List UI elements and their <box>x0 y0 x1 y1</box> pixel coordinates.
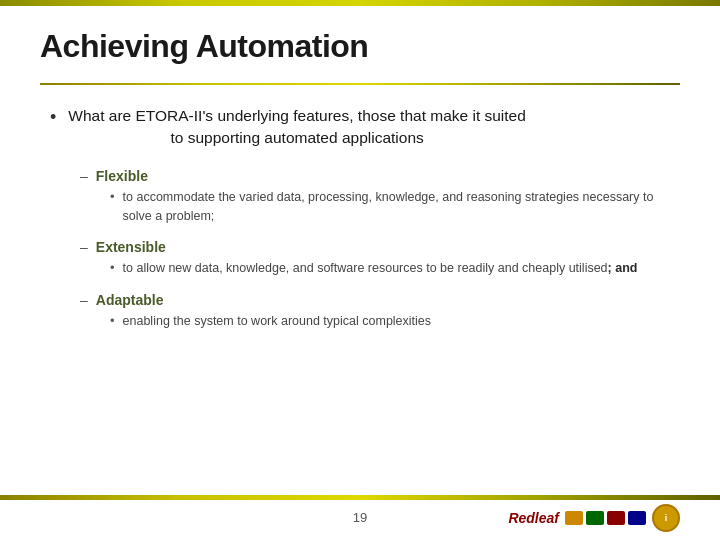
logo-box-3 <box>607 511 625 525</box>
adaptable-bullet-text: enabling the system to work around typic… <box>123 312 431 331</box>
sub-item-flexible: – Flexible • to accommodate the varied d… <box>80 168 670 226</box>
flexible-bullets: • to accommodate the varied data, proces… <box>110 188 670 226</box>
extensible-bullets: • to allow new data, knowledge, and soft… <box>110 259 670 278</box>
bullet-dot: • <box>50 107 56 128</box>
circle-logo: i <box>652 504 680 532</box>
logo-box-4 <box>628 511 646 525</box>
main-bullet: • What are ETORA-II's underlying feature… <box>50 105 670 150</box>
logo-boxes <box>565 511 646 525</box>
list-item: • to allow new data, knowledge, and soft… <box>110 259 670 278</box>
main-content: • What are ETORA-II's underlying feature… <box>0 85 720 520</box>
sub-item-extensible: – Extensible • to allow new data, knowle… <box>80 239 670 278</box>
sub-title-adaptable: Adaptable <box>96 292 164 308</box>
sub-heading-extensible: – Extensible <box>80 239 670 255</box>
dash-icon: – <box>80 168 88 184</box>
list-item: • enabling the system to work around typ… <box>110 312 670 331</box>
redleaf-label: Redleaf <box>508 510 559 526</box>
flexible-bullet-text: to accommodate the varied data, processi… <box>123 188 670 226</box>
sub-bullet-dot: • <box>110 260 115 275</box>
sub-heading-flexible: – Flexible <box>80 168 670 184</box>
page-number: 19 <box>353 510 367 525</box>
sub-heading-adaptable: – Adaptable <box>80 292 670 308</box>
logo-box-1 <box>565 511 583 525</box>
sub-title-flexible: Flexible <box>96 168 148 184</box>
title-section: Achieving Automation <box>0 6 720 75</box>
sub-bullet-dot: • <box>110 313 115 328</box>
footer: 19 Redleaf i <box>0 520 720 540</box>
bottom-accent-bar <box>0 495 720 500</box>
sub-title-extensible: Extensible <box>96 239 166 255</box>
sub-bullet-dot: • <box>110 189 115 204</box>
dash-icon: – <box>80 239 88 255</box>
adaptable-bullets: • enabling the system to work around typ… <box>110 312 670 331</box>
slide-title: Achieving Automation <box>40 28 680 65</box>
footer-logos: Redleaf i <box>508 504 680 532</box>
slide: Achieving Automation • What are ETORA-II… <box>0 0 720 540</box>
list-item: • to accommodate the varied data, proces… <box>110 188 670 226</box>
extensible-bullet-text: to allow new data, knowledge, and softwa… <box>123 259 638 278</box>
sub-item-adaptable: – Adaptable • enabling the system to wor… <box>80 292 670 331</box>
sub-items-list: – Flexible • to accommodate the varied d… <box>80 168 670 331</box>
dash-icon: – <box>80 292 88 308</box>
logo-box-2 <box>586 511 604 525</box>
main-bullet-text: What are ETORA-II's underlying features,… <box>68 105 526 150</box>
